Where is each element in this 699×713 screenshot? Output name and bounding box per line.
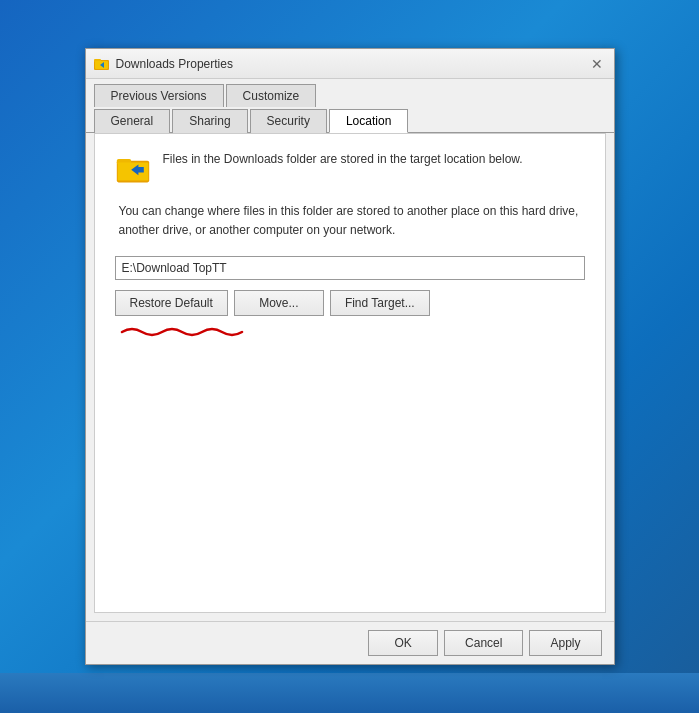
ok-button[interactable]: OK <box>368 630 438 656</box>
dialog-title: Downloads Properties <box>116 57 233 71</box>
tab-sharing[interactable]: Sharing <box>172 109 247 133</box>
downloads-properties-dialog: Downloads Properties ✕ Previous Versions… <box>85 48 615 665</box>
apply-button[interactable]: Apply <box>529 630 601 656</box>
find-target-button[interactable]: Find Target... <box>330 290 430 316</box>
title-bar-left: Downloads Properties <box>94 56 233 72</box>
title-folder-icon <box>94 56 110 72</box>
path-input[interactable] <box>115 256 585 280</box>
squiggle-icon <box>117 324 247 338</box>
tab-area: Previous Versions Customize General Shar… <box>86 79 614 133</box>
description-text: You can change where files in this folde… <box>115 202 585 240</box>
tab-general[interactable]: General <box>94 109 171 133</box>
bottom-bar: OK Cancel Apply <box>86 621 614 664</box>
move-button[interactable]: Move... <box>234 290 324 316</box>
restore-default-button[interactable]: Restore Default <box>115 290 228 316</box>
tab-customize[interactable]: Customize <box>226 84 317 107</box>
annotation <box>117 324 585 338</box>
close-button[interactable]: ✕ <box>588 55 606 73</box>
folder-icon <box>115 150 151 186</box>
tab-row-1: Previous Versions Customize <box>86 79 614 106</box>
tab-row-2: General Sharing Security Location <box>86 108 614 132</box>
tab-security[interactable]: Security <box>250 109 327 133</box>
info-text: Files in the Downloads folder are stored… <box>163 150 523 168</box>
tab-location[interactable]: Location <box>329 109 408 133</box>
cancel-button[interactable]: Cancel <box>444 630 523 656</box>
action-buttons: Restore Default Move... Find Target... <box>115 290 585 316</box>
info-section: Files in the Downloads folder are stored… <box>115 150 585 186</box>
content-area: Files in the Downloads folder are stored… <box>94 133 606 613</box>
tab-previous-versions[interactable]: Previous Versions <box>94 84 224 107</box>
title-bar: Downloads Properties ✕ <box>86 49 614 79</box>
